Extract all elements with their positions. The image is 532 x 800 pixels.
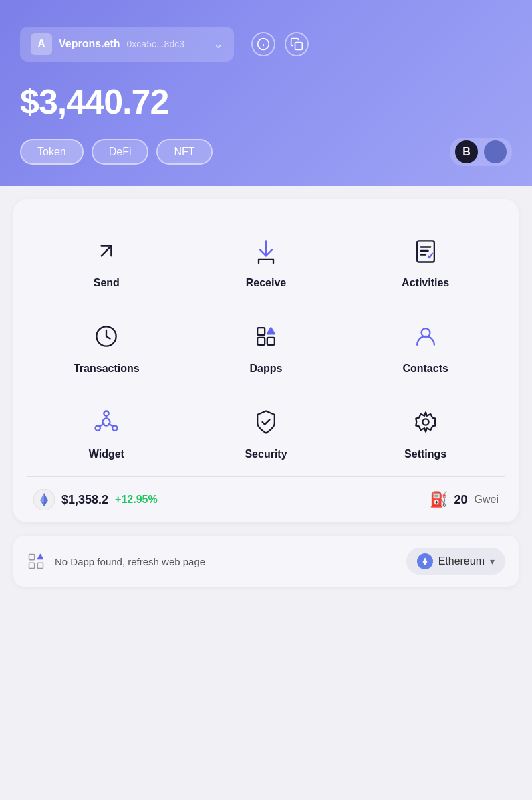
receive-label: Receive xyxy=(246,277,287,289)
transactions-button[interactable]: Transactions xyxy=(27,305,186,391)
eth-price-change: +12.95% xyxy=(115,494,158,506)
svg-rect-34 xyxy=(37,563,43,568)
gas-value: 20 xyxy=(454,493,468,507)
address-bar[interactable]: A Veprons.eth 0xca5c...8dc3 ⌄ xyxy=(20,27,234,62)
widget-button[interactable]: Widget xyxy=(27,391,186,476)
gas-pump-icon: ⛽ xyxy=(430,491,448,508)
svg-marker-17 xyxy=(267,328,275,334)
widget-label: Widget xyxy=(89,448,124,460)
svg-line-25 xyxy=(109,424,113,427)
dapps-button[interactable]: Dapps xyxy=(186,305,346,391)
gas-unit: Gwei xyxy=(475,494,499,506)
avatar: A xyxy=(31,33,52,55)
copy-button[interactable] xyxy=(285,32,309,56)
settings-label: Settings xyxy=(404,448,446,460)
svg-rect-14 xyxy=(257,328,265,335)
svg-rect-3 xyxy=(295,43,303,50)
security-button[interactable]: Security xyxy=(186,391,346,476)
svg-marker-35 xyxy=(37,555,43,559)
action-grid: Send Receive xyxy=(27,219,505,476)
svg-point-26 xyxy=(422,419,428,425)
partner-b-logo[interactable]: B xyxy=(455,140,478,163)
main-card: Send Receive xyxy=(13,199,519,522)
network-eth-icon xyxy=(417,553,433,569)
contacts-icon xyxy=(408,318,444,355)
network-selector[interactable]: Ethereum ▾ xyxy=(406,548,505,575)
no-dapp-text: No Dapp found, refresh web page xyxy=(55,556,205,567)
tab-defi[interactable]: DeFi xyxy=(92,139,149,165)
dapps-icon xyxy=(248,318,284,355)
svg-marker-36 xyxy=(422,557,427,563)
footer-bar: No Dapp found, refresh web page Ethereum… xyxy=(13,536,519,587)
footer-left: No Dapp found, refresh web page xyxy=(27,552,205,571)
footer-dapps-icon xyxy=(27,552,45,571)
eth-logo xyxy=(33,489,55,510)
dapps-label: Dapps xyxy=(250,363,283,375)
partner-logos: B xyxy=(450,138,512,166)
transactions-label: Transactions xyxy=(74,363,140,375)
contacts-label: Contacts xyxy=(402,363,448,375)
widget-icon xyxy=(88,404,124,440)
activities-label: Activities xyxy=(402,277,449,289)
partner-chart-logo[interactable] xyxy=(484,140,507,163)
bottom-divider xyxy=(416,489,416,510)
security-icon xyxy=(248,404,284,440)
transactions-icon xyxy=(88,318,124,355)
activities-button[interactable]: Activities xyxy=(346,219,505,305)
svg-rect-33 xyxy=(29,563,35,568)
receive-icon xyxy=(248,233,284,269)
security-label: Security xyxy=(245,448,287,460)
send-label: Send xyxy=(94,277,120,289)
partner-divider xyxy=(481,144,481,160)
balance-display: $3,440.72 xyxy=(20,82,512,122)
chevron-down-icon: ⌄ xyxy=(213,37,223,52)
send-button[interactable]: Send xyxy=(27,219,186,305)
eth-price-section[interactable]: $1,358.2 +12.95% xyxy=(33,489,402,510)
svg-rect-32 xyxy=(29,555,35,560)
gas-section: ⛽ 20 Gwei xyxy=(430,491,499,508)
tab-token[interactable]: Token xyxy=(20,139,84,165)
svg-line-24 xyxy=(100,424,104,427)
activities-icon xyxy=(408,233,444,269)
settings-button[interactable]: Settings xyxy=(346,391,505,476)
card-bottom-bar: $1,358.2 +12.95% ⛽ 20 Gwei xyxy=(27,476,505,522)
wallet-address: 0xca5c...8dc3 xyxy=(127,39,184,49)
send-icon xyxy=(88,233,124,269)
svg-rect-16 xyxy=(267,338,275,345)
svg-rect-15 xyxy=(257,338,265,345)
wallet-name: Veprons.eth xyxy=(59,38,120,50)
contacts-button[interactable]: Contacts xyxy=(346,305,505,391)
tab-nft[interactable]: NFT xyxy=(156,139,212,165)
network-label: Ethereum xyxy=(438,555,485,567)
settings-icon xyxy=(408,404,444,440)
eth-price-value: $1,358.2 xyxy=(61,493,108,507)
receive-button[interactable]: Receive xyxy=(186,219,346,305)
svg-line-4 xyxy=(102,246,112,256)
tab-row: Token DeFi NFT B xyxy=(20,138,512,166)
header-section: A Veprons.eth 0xca5c...8dc3 ⌄ $3,44 xyxy=(0,0,532,186)
dropdown-arrow-icon: ▾ xyxy=(490,556,495,567)
info-button[interactable] xyxy=(251,32,275,56)
